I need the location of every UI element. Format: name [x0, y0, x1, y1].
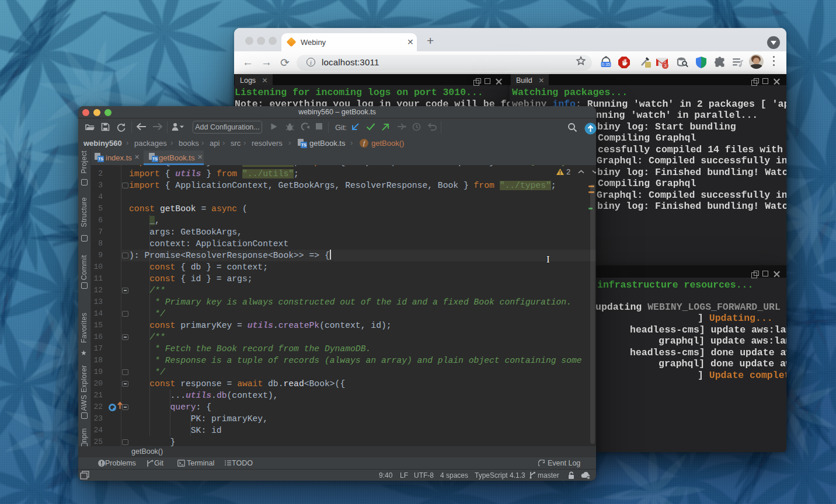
svg-text:0.35: 0.35: [602, 62, 610, 67]
svg-text:?: ?: [587, 475, 590, 480]
svg-text:3: 3: [664, 63, 667, 68]
